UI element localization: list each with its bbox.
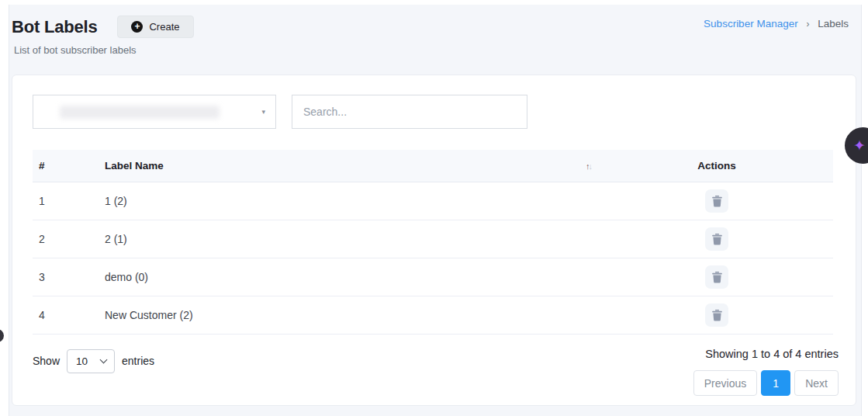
table-row: 4 New Customer (2)	[33, 296, 833, 335]
sort-icon[interactable]: ↑↓	[586, 161, 594, 171]
create-button[interactable]: + Create	[117, 16, 193, 38]
caret-down-icon: ▾	[261, 108, 265, 116]
row-index: 1	[33, 182, 99, 220]
row-label-name: 2 (1)	[99, 220, 600, 258]
table-row: 2 2 (1)	[33, 220, 833, 258]
table-footer: Show 10 entries Showing 1 to 4 of 4 entr…	[33, 345, 839, 396]
page-header: Bot Labels + Create Subscriber Manager ›…	[9, 5, 861, 56]
page-title: Bot Labels	[12, 17, 97, 37]
show-label: Show	[33, 349, 60, 373]
breadcrumb: Subscriber Manager › Labels	[704, 18, 853, 29]
row-index: 4	[33, 296, 99, 335]
breadcrumb-current: Labels	[818, 18, 849, 29]
page-subtitle: List of bot subscriber labels	[14, 44, 853, 56]
column-header-actions: Actions	[600, 150, 833, 182]
labels-table: # Label Name ↑↓ Actions 1 1 (2)	[33, 150, 833, 335]
entries-summary: Showing 1 to 4 of 4 entries	[693, 348, 839, 360]
labels-table-wrap: # Label Name ↑↓ Actions 1 1 (2)	[33, 150, 835, 335]
delete-label-button[interactable]	[705, 227, 728, 251]
left-edge-floating-button[interactable]	[0, 329, 4, 342]
trash-icon	[712, 196, 722, 207]
page-1-button[interactable]: 1	[761, 370, 790, 396]
labels-card: ▾ # Label Name ↑↓ Actions	[12, 75, 856, 406]
delete-label-button[interactable]	[705, 303, 728, 327]
sparkle-icon: ✦	[853, 138, 866, 153]
column-header-index: #	[33, 150, 99, 182]
breadcrumb-link-subscriber-manager[interactable]: Subscriber Manager	[704, 18, 798, 29]
page-size-select[interactable]: 10	[67, 349, 115, 373]
column-header-label-name[interactable]: Label Name ↑↓	[99, 150, 600, 182]
create-button-label: Create	[149, 21, 179, 33]
delete-label-button[interactable]	[705, 265, 728, 289]
pagination: Previous 1 Next	[693, 370, 839, 396]
row-label-name: 1 (2)	[99, 182, 600, 220]
next-page-button[interactable]: Next	[794, 370, 839, 396]
trash-icon	[712, 310, 722, 321]
table-body: 1 1 (2) 2 2 (1) 3	[33, 182, 833, 335]
table-row: 3 demo (0)	[33, 258, 833, 296]
content-area: Bot Labels + Create Subscriber Manager ›…	[9, 5, 862, 416]
trash-icon	[712, 234, 722, 245]
plus-circle-icon: +	[131, 21, 143, 33]
row-label-name: demo (0)	[99, 258, 600, 296]
table-header-row: # Label Name ↑↓ Actions	[33, 150, 833, 182]
row-index: 3	[33, 258, 99, 296]
entries-label: entries	[122, 349, 154, 373]
page-size-control: Show 10 entries	[33, 345, 154, 396]
trash-icon	[712, 272, 722, 283]
table-row: 1 1 (2)	[33, 182, 833, 220]
row-index: 2	[33, 220, 99, 258]
bot-selector-dropdown[interactable]: ▾	[33, 95, 276, 129]
previous-page-button[interactable]: Previous	[693, 370, 757, 396]
row-label-name: New Customer (2)	[99, 296, 600, 335]
filters-row: ▾	[33, 95, 835, 129]
delete-label-button[interactable]	[705, 189, 728, 213]
bot-selector-value-redacted	[60, 106, 220, 119]
breadcrumb-separator-icon: ›	[806, 19, 809, 29]
search-input[interactable]	[292, 95, 527, 129]
